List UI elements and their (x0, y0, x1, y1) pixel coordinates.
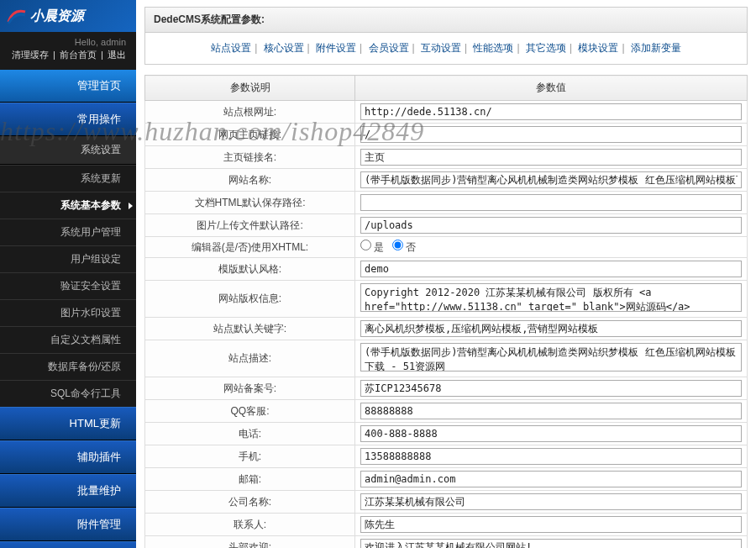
clear-cache-link[interactable]: 清理缓存 (12, 50, 49, 60)
system-subnav: 系统更新 系统基本参数 系统用户管理 用户组设定 验证安全设置 图片水印设置 自… (0, 165, 136, 407)
subnav-user-mgmt[interactable]: 系统用户管理 (0, 219, 136, 245)
col-desc: 参数说明 (145, 76, 355, 101)
config-input[interactable] (360, 380, 742, 397)
config-label: 网站版权信息: (145, 281, 355, 318)
config-value-cell (355, 318, 748, 340)
config-row: 头部欢迎: (145, 536, 748, 549)
config-value-cell (355, 400, 748, 423)
config-value-cell (355, 514, 748, 536)
config-label: 公司名称: (145, 491, 355, 514)
nav-home[interactable]: 管理首页 (0, 70, 136, 103)
tab-other[interactable]: 其它选项 (526, 42, 566, 54)
config-input[interactable] (360, 448, 742, 465)
config-input[interactable] (360, 539, 742, 548)
logo-text: 小晨资源 (30, 8, 84, 25)
config-textarea[interactable] (360, 283, 742, 312)
radio-group: 是 否 (360, 240, 742, 255)
config-row: 手机: (145, 445, 748, 468)
config-input[interactable] (360, 217, 742, 234)
subnav-security[interactable]: 验证安全设置 (0, 272, 136, 299)
config-input[interactable] (360, 171, 742, 188)
subnav-update[interactable]: 系统更新 (0, 165, 136, 192)
config-input[interactable] (360, 516, 742, 533)
config-row: 站点根网址: (145, 101, 748, 124)
logo-icon (7, 7, 27, 25)
config-value-cell: 是 否 (355, 237, 748, 258)
radio-no[interactable] (392, 240, 403, 250)
tab-attach[interactable]: 附件设置 (316, 42, 356, 54)
config-input[interactable] (360, 320, 742, 337)
config-label: 手机: (145, 445, 355, 468)
config-input[interactable] (360, 493, 742, 510)
config-value-cell (355, 146, 748, 169)
config-row: QQ客服: (145, 400, 748, 423)
radio-yes-label[interactable]: 是 (360, 241, 384, 253)
config-textarea[interactable] (360, 343, 742, 371)
nav-channel[interactable]: 频道模型 (0, 541, 136, 548)
config-value-cell (355, 258, 748, 281)
config-label: 站点描述: (145, 340, 355, 377)
config-label: 编辑器(是/否)使用XHTML: (145, 237, 355, 258)
nav-html[interactable]: HTML更新 (0, 407, 136, 440)
config-value-cell (355, 281, 748, 318)
config-label: 联系人: (145, 514, 355, 536)
config-label: 站点默认关键字: (145, 318, 355, 340)
config-row: 邮箱: (145, 468, 748, 491)
tab-interact[interactable]: 互动设置 (421, 42, 461, 54)
config-value-cell (355, 468, 748, 491)
config-row: 图片/上传文件默认路径: (145, 214, 748, 237)
config-row: 站点默认关键字: (145, 318, 748, 340)
tab-perf[interactable]: 性能选项 (473, 42, 513, 54)
config-row: 网页主页链接: (145, 124, 748, 146)
config-value-cell (355, 423, 748, 445)
config-input[interactable] (360, 103, 742, 120)
config-label: 网站备案号: (145, 377, 355, 400)
config-row: 编辑器(是/否)使用XHTML: 是 否 (145, 237, 748, 258)
config-row: 网站备案号: (145, 377, 748, 400)
nav-batch[interactable]: 批量维护 (0, 474, 136, 508)
config-label: 图片/上传文件默认路径: (145, 214, 355, 237)
radio-yes[interactable] (360, 240, 371, 250)
nav-common[interactable]: 常用操作 (0, 103, 136, 136)
config-input[interactable] (360, 403, 742, 419)
config-label: 文档HTML默认保存路径: (145, 192, 355, 214)
config-input[interactable] (360, 471, 742, 487)
config-value-cell (355, 536, 748, 549)
config-label: QQ客服: (145, 400, 355, 423)
config-value-cell (355, 214, 748, 237)
config-input[interactable] (360, 425, 742, 442)
config-input[interactable] (360, 194, 742, 211)
config-label: 网站名称: (145, 169, 355, 192)
config-input[interactable] (360, 261, 742, 277)
config-row: 电话: (145, 423, 748, 445)
nav-attach[interactable]: 附件管理 (0, 508, 136, 541)
subnav-usergroup[interactable]: 用户组设定 (0, 245, 136, 272)
frontend-link[interactable]: 前台首页 (60, 50, 97, 60)
nav-plugin[interactable]: 辅助插件 (0, 440, 136, 474)
sidebar: 小晨资源 Hello, admin 清理缓存 | 前台首页 | 退出 管理首页 … (0, 0, 136, 548)
config-row: 公司名称: (145, 491, 748, 514)
config-label: 模版默认风格: (145, 258, 355, 281)
nav-system[interactable]: 系统设置 (0, 136, 136, 165)
tab-bar: 站点设置| 核心设置| 附件设置| 会员设置| 互动设置| 性能选项| 其它选项… (144, 33, 748, 65)
radio-no-label[interactable]: 否 (392, 241, 416, 253)
config-row: 站点描述: (145, 340, 748, 377)
tab-module[interactable]: 模块设置 (578, 42, 618, 54)
config-value-cell (355, 169, 748, 192)
subnav-db-backup[interactable]: 数据库备份/还原 (0, 353, 136, 380)
subnav-watermark[interactable]: 图片水印设置 (0, 299, 136, 326)
config-label: 电话: (145, 423, 355, 445)
config-input[interactable] (360, 149, 742, 166)
subnav-custom-attr[interactable]: 自定义文档属性 (0, 326, 136, 353)
subnav-sql[interactable]: SQL命令行工具 (0, 380, 136, 407)
config-row: 主页链接名: (145, 146, 748, 169)
subnav-basic-params[interactable]: 系统基本参数 (0, 192, 136, 219)
tab-site[interactable]: 站点设置 (211, 42, 251, 54)
tab-member[interactable]: 会员设置 (369, 42, 409, 54)
config-input[interactable] (360, 126, 742, 143)
config-label: 站点根网址: (145, 101, 355, 124)
config-value-cell (355, 445, 748, 468)
logout-link[interactable]: 退出 (108, 50, 126, 60)
tab-core[interactable]: 核心设置 (264, 42, 304, 54)
tab-addvar[interactable]: 添加新变量 (631, 42, 681, 54)
